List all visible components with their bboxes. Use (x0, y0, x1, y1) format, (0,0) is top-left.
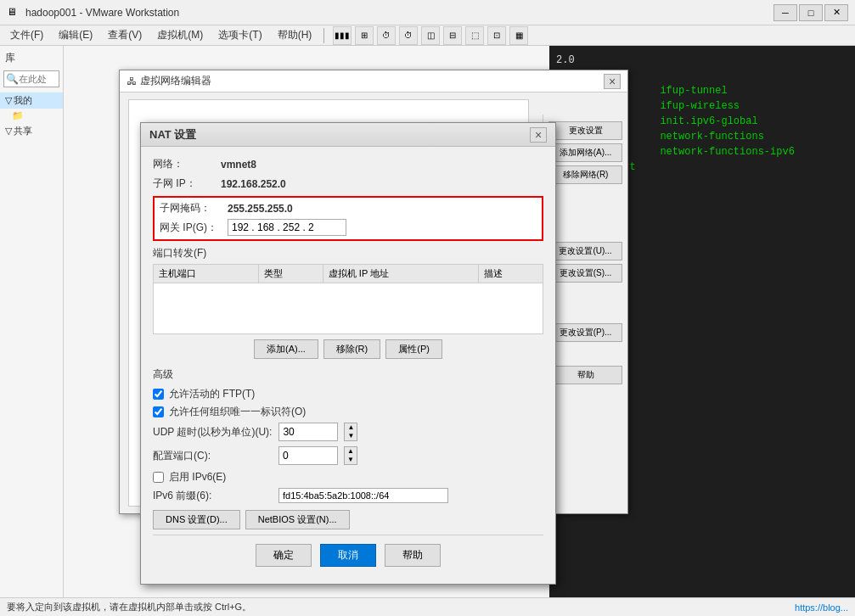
ipv6-prefix-label: IPv6 前缀(6): (153, 489, 272, 503)
toolbar-icon-8[interactable]: ⊡ (487, 26, 506, 45)
menu-edit[interactable]: 编辑(E) (52, 26, 99, 44)
btn-remove[interactable]: 移除(R) (323, 339, 380, 359)
nat-mask-label: 子网掩码： (160, 201, 228, 216)
dns-settings-btn[interactable]: DNS 设置(D)... (153, 510, 240, 529)
menu-help[interactable]: 帮助(H) (271, 26, 319, 44)
nat-network-row: 网络： vmnet8 (153, 157, 543, 171)
status-bar: 要将入定向到该虚拟机，请在虚拟机内部单击或按 Ctrl+G。 https://b… (0, 597, 855, 616)
status-right: https://blog... (795, 602, 848, 613)
nat-cancel-button[interactable]: 取消 (320, 544, 376, 567)
chk-ipv6[interactable] (153, 472, 164, 483)
chk-ftp[interactable] (153, 389, 164, 400)
content-area: 2.0 ifup-post ifup-tunnel ifup-ppp ifup-… (64, 46, 855, 597)
advanced-section: 高级 允许活动的 FTP(T) 允许任何组织唯一一标识符(O) UDP 超时(以… (153, 367, 543, 503)
chk-any-row: 允许任何组织唯一一标识符(O) (153, 405, 543, 419)
vne-settings-u-btn[interactable]: 更改设置(U)... (548, 242, 622, 260)
window-controls[interactable]: ─ □ ✕ (773, 4, 848, 21)
nat-title-bar: NAT 设置 × (141, 123, 555, 147)
vne-remove-network-btn[interactable]: 移除网络(R) (548, 165, 622, 184)
btn-props[interactable]: 属性(P) (385, 339, 442, 359)
nat-highlight-box: 子网掩码： 255.255.255.0 网关 IP(G)： (153, 196, 543, 241)
col-desc: 描述 (478, 265, 543, 283)
config-port-spinner: ▲ ▼ (344, 446, 357, 465)
nat-gateway-row: 网关 IP(G)： (160, 219, 537, 236)
chk-any[interactable] (153, 406, 164, 417)
chk-ftp-label: 允许活动的 FTP(T) (169, 387, 255, 401)
nat-bottom-btns: DNS 设置(D)... NetBIOS 设置(N)... (153, 510, 543, 529)
udp-row: UDP 超时(以秒为单位)(U): ▲ ▼ (153, 423, 543, 441)
vne-change-settings-btn[interactable]: 更改设置 (548, 121, 622, 140)
toolbar-icon-3[interactable]: ⏱ (377, 26, 396, 45)
nat-help-button[interactable]: 帮助 (385, 544, 441, 567)
sidebar-search-box[interactable]: 🔍 (3, 70, 59, 87)
search-icon: 🔍 (6, 73, 19, 85)
nat-close-button[interactable]: × (530, 127, 547, 143)
nat-ok-button[interactable]: 确定 (256, 544, 312, 567)
toolbar-icon-4[interactable]: ⏱ (399, 26, 418, 45)
ipv6-enable-row: 启用 IPv6(E) (153, 470, 543, 484)
ipv6-prefix-input[interactable] (278, 488, 448, 503)
nat-network-label: 网络： (153, 157, 221, 171)
sidebar-library-label: 库 (0, 49, 63, 67)
vne-title: 虚拟网络编辑器 (140, 74, 604, 88)
netbios-settings-btn[interactable]: NetBIOS 设置(N)... (245, 510, 350, 529)
nat-gateway-label: 网关 IP(G)： (160, 221, 228, 235)
nat-gateway-input[interactable] (228, 219, 346, 236)
nat-dialog: NAT 设置 × 网络： vmnet8 子网 IP： 192.168.252.0 (140, 122, 556, 585)
nat-subnet-ip-value: 192.168.252.0 (221, 178, 286, 190)
sidebar-item-my[interactable]: ▽ 我的 (0, 92, 63, 109)
vne-title-bar: 🖧 虚拟网络编辑器 × (120, 70, 627, 92)
app-title: hadoop001 - VMware Workstation (25, 7, 768, 19)
col-type: 类型 (258, 265, 323, 283)
config-port-label: 配置端口(C): (153, 449, 272, 463)
maximize-button[interactable]: □ (799, 4, 823, 21)
sidebar: 库 🔍 ▽ 我的 📁 ▽ 共享 (0, 46, 64, 597)
config-port-row: 配置端口(C): ▲ ▼ (153, 446, 543, 465)
toolbar-icons: ▮▮▮ ⊞ ⏱ ⏱ ◫ ⊟ ⬚ ⊡ ▦ (333, 26, 528, 45)
vne-settings-p-btn[interactable]: 更改设置(P)... (548, 323, 622, 342)
toolbar-icon-6[interactable]: ⊟ (443, 26, 462, 45)
nat-subnet-ip-label: 子网 IP： (153, 176, 221, 191)
vne-add-network-btn[interactable]: 添加网络(A)... (548, 143, 622, 162)
vne-help-btn[interactable]: 帮助 (548, 366, 622, 384)
config-spinner-down[interactable]: ▼ (345, 456, 357, 464)
sidebar-item-folder[interactable]: 📁 (0, 109, 63, 123)
vne-close-button[interactable]: × (604, 74, 621, 89)
config-port-input[interactable] (278, 446, 338, 465)
folder-icon: 📁 (12, 110, 24, 121)
nat-subnet-ip-row: 子网 IP： 192.168.252.0 (153, 176, 543, 191)
status-text: 要将入定向到该虚拟机，请在虚拟机内部单击或按 Ctrl+G。 (7, 601, 251, 613)
menu-vm[interactable]: 虚拟机(M) (150, 26, 210, 44)
port-buttons: 添加(A)... 移除(R) 属性(P) (153, 339, 543, 359)
menu-file[interactable]: 文件(F) (3, 26, 50, 44)
btn-add[interactable]: 添加(A)... (254, 339, 318, 359)
close-button[interactable]: ✕ (824, 4, 848, 21)
port-forward-label: 端口转发(F) (153, 246, 543, 260)
udp-spinner: ▲ ▼ (344, 423, 357, 441)
udp-spinner-down[interactable]: ▼ (345, 432, 357, 440)
search-input[interactable] (19, 74, 57, 84)
ipv6-prefix-row: IPv6 前缀(6): (153, 488, 543, 503)
toolbar-icon-1[interactable]: ▮▮▮ (333, 26, 352, 45)
menu-tabs[interactable]: 选项卡(T) (211, 26, 268, 44)
sidebar-tree: ▽ 我的 📁 ▽ 共享 (0, 92, 63, 139)
table-row-empty (154, 283, 543, 334)
tree-expand-icon2: ▽ (5, 126, 12, 137)
menu-view[interactable]: 查看(V) (101, 26, 149, 44)
config-spinner-up[interactable]: ▲ (345, 447, 357, 456)
minimize-button[interactable]: ─ (773, 4, 797, 21)
nat-ok-row: 确定 取消 帮助 (153, 535, 543, 574)
terminal-line-0: 2.0 (556, 53, 848, 68)
udp-spinner-up[interactable]: ▲ (345, 423, 357, 432)
sidebar-item-shared[interactable]: ▽ 共享 (0, 123, 63, 139)
toolbar-icon-5[interactable]: ◫ (421, 26, 440, 45)
vne-icon: 🖧 (127, 76, 137, 87)
chk-ftp-row: 允许活动的 FTP(T) (153, 387, 543, 401)
udp-input[interactable] (278, 423, 338, 441)
toolbar-icon-2[interactable]: ⊞ (355, 26, 374, 45)
adv-title: 高级 (153, 367, 543, 382)
vne-settings-s-btn[interactable]: 更改设置(S)... (548, 264, 622, 283)
toolbar-icon-9[interactable]: ▦ (509, 26, 528, 45)
toolbar-icon-7[interactable]: ⬚ (465, 26, 484, 45)
app-icon: 🖥 (7, 6, 20, 20)
